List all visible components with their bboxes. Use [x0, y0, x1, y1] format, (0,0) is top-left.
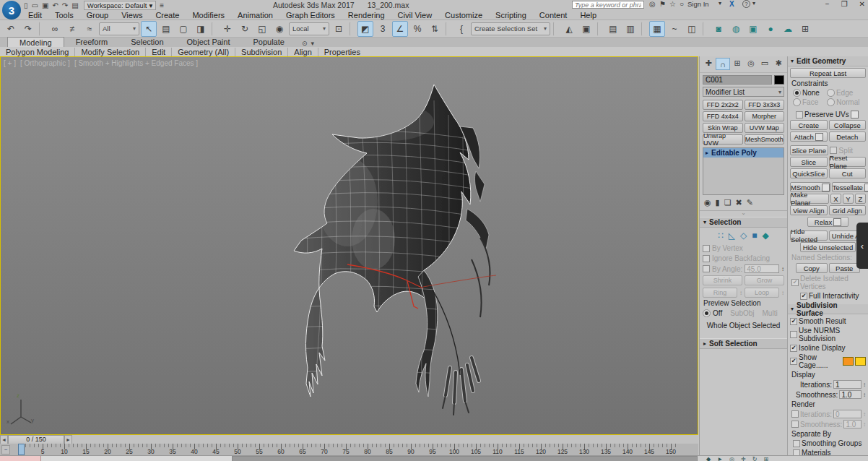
separator[interactable] — [597, 22, 602, 36]
reset-plane-button[interactable]: Reset Plane — [829, 157, 867, 167]
render-iterations-checkbox[interactable] — [791, 410, 799, 418]
display[interactable]: ▭ — [758, 58, 771, 69]
tessellate-settings-button[interactable] — [864, 184, 868, 191]
create-button[interactable]: Create — [790, 120, 828, 130]
search-icon[interactable]: ◎ — [649, 0, 656, 8]
stack-item-editable-poly[interactable]: ▸ Editable Poly — [703, 148, 784, 158]
configure-modifier-sets-icon[interactable]: ✎ — [747, 198, 753, 207]
ribbon-subtab[interactable]: Edit — [145, 48, 171, 56]
ribbon-subtab[interactable]: Properties — [318, 48, 366, 56]
schematic-view[interactable]: ◫ — [684, 21, 700, 37]
object-color-swatch[interactable] — [774, 75, 784, 85]
toggle-ribbon[interactable]: ▦ — [649, 21, 665, 37]
render-iterations-field[interactable]: 0 — [833, 410, 862, 418]
spinner-icon[interactable]: ↕ — [863, 382, 866, 388]
key-mode-icon[interactable]: ◆ — [706, 456, 711, 461]
remove-modifier-icon[interactable]: ✖ — [736, 198, 742, 207]
border-icon[interactable]: ◇ — [740, 231, 747, 241]
preserve-uvs-checkbox[interactable] — [796, 111, 803, 119]
zoom-icon[interactable]: ◎ — [729, 456, 734, 461]
separator[interactable] — [446, 22, 451, 36]
menu-item[interactable]: Group — [80, 11, 116, 20]
display-iterations-field[interactable]: 1 — [833, 380, 862, 389]
maximize-viewport-icon[interactable]: ⊞ — [763, 456, 768, 461]
menu-item[interactable]: Customize — [438, 11, 489, 20]
viewport[interactable]: [ + ] [ Orthographic ] [ Smooth + Highli… — [0, 56, 698, 435]
modifier-button[interactable]: MeshSmooth — [745, 134, 785, 145]
ribbon-minimize-caret-icon[interactable]: ▾ — [311, 40, 314, 47]
preview-subobj-label[interactable]: SubObj — [730, 309, 754, 317]
preview-multi-label[interactable]: Multi — [763, 309, 778, 317]
open-asset-library[interactable]: ⊞ — [797, 21, 813, 37]
subdivision-surface-header[interactable]: ▾ Subdivision Surface — [788, 304, 868, 314]
workspace-menu-icon[interactable]: ≡ — [159, 1, 165, 9]
paste-button[interactable]: Paste — [829, 263, 861, 273]
relax-settings-button[interactable] — [833, 218, 841, 226]
search-input[interactable] — [572, 1, 644, 9]
create[interactable]: ✚ — [702, 58, 715, 69]
separator[interactable] — [703, 22, 708, 36]
msmooth-settings-button[interactable] — [822, 184, 830, 191]
isoline-display-checkbox[interactable]: ✔ — [790, 345, 797, 352]
edge-icon[interactable]: ◺ — [729, 231, 735, 241]
shrink-button[interactable]: Shrink — [703, 275, 742, 285]
menu-item[interactable]: Scripting — [489, 11, 533, 20]
help-caret-icon[interactable]: ▾ — [752, 0, 755, 7]
modifier-button[interactable]: FFD 2x2x2 — [703, 100, 743, 110]
show-end-result-icon[interactable]: ▮ — [716, 198, 720, 207]
menu-item[interactable]: Edit — [22, 11, 48, 20]
relax-button[interactable]: Relax — [807, 217, 849, 227]
restore-button[interactable]: ❐ — [841, 0, 848, 8]
close-button[interactable]: ✕ — [859, 0, 865, 8]
time-slider-button[interactable]: 0 / 150 — [8, 435, 64, 444]
loop-spinner-icon[interactable]: ↕ — [781, 290, 784, 296]
spinner-icon[interactable]: ↕ — [863, 411, 866, 418]
menu-item[interactable]: Create — [149, 11, 186, 20]
modifier-button[interactable]: Skin Wrap — [703, 123, 743, 133]
planar-z-button[interactable]: Z — [855, 194, 866, 204]
slice-plane-button[interactable]: Slice Plane — [790, 145, 828, 155]
motion[interactable]: ◎ — [745, 58, 758, 69]
render-smoothness-checkbox[interactable] — [791, 421, 799, 428]
rectangular-selection-region[interactable]: ▢ — [175, 21, 191, 37]
hierarchy[interactable]: ⊞ — [731, 58, 744, 69]
undo[interactable]: ↶ — [3, 21, 19, 37]
bind-to-space-warp[interactable]: ≈ — [82, 21, 97, 37]
modifier-stack[interactable]: ▸ Editable Poly — [703, 147, 784, 195]
cage-color-swatch[interactable] — [843, 357, 854, 366]
grid-align-button[interactable]: Grid Align — [829, 205, 867, 215]
repeat-last-button[interactable]: Repeat Last — [790, 68, 866, 78]
smooth-result-checkbox[interactable]: ✔ — [790, 318, 797, 325]
timeline-ruler[interactable]: ~ 51015202530354045505560657075808590951… — [0, 444, 698, 455]
track-bar[interactable] — [72, 435, 698, 444]
render-in-cloud[interactable]: ☁ — [780, 21, 796, 37]
orbit-icon[interactable]: ↻ — [752, 456, 758, 461]
select-and-link[interactable]: ∞ — [47, 21, 63, 37]
copy-button[interactable]: Copy — [796, 263, 828, 273]
spinner-icon[interactable]: ↕ — [863, 392, 866, 398]
attach-button[interactable]: Attach — [790, 132, 828, 142]
toggle-layer-explorer[interactable]: ▥ — [622, 21, 638, 37]
ribbon-subtab[interactable]: Geometry (All) — [171, 48, 235, 56]
open-mini-curve-editor-button[interactable]: ~ — [1, 445, 10, 454]
attach-settings-button[interactable] — [815, 133, 823, 141]
render-production[interactable]: ● — [763, 21, 778, 37]
edit-geometry-header[interactable]: ▾ Edit Geometry — [788, 56, 868, 66]
render-setup[interactable]: ◍ — [728, 21, 744, 37]
separator[interactable] — [350, 22, 355, 36]
by-angle-field[interactable]: 45.0 — [745, 264, 779, 273]
panel-expander[interactable]: ‹ — [856, 223, 868, 269]
select-by-name[interactable]: ▤ — [158, 21, 174, 37]
open-file-icon[interactable]: ▭ — [31, 1, 39, 9]
maxscript-mini-listener[interactable] — [0, 456, 41, 461]
menu-item[interactable]: Views — [115, 11, 149, 20]
undo-icon[interactable]: ↶ — [51, 1, 58, 9]
separator[interactable] — [641, 22, 646, 36]
menu-item[interactable]: Animation — [231, 11, 279, 20]
pan-icon[interactable]: ✛ — [741, 456, 746, 461]
select-and-place[interactable]: ◉ — [272, 21, 287, 37]
cut-button[interactable]: Cut — [829, 168, 867, 178]
align[interactable]: ▣ — [578, 21, 594, 37]
render-smoothness-field[interactable]: 1.0 — [843, 420, 862, 428]
constraint-none-radio[interactable] — [793, 89, 801, 97]
